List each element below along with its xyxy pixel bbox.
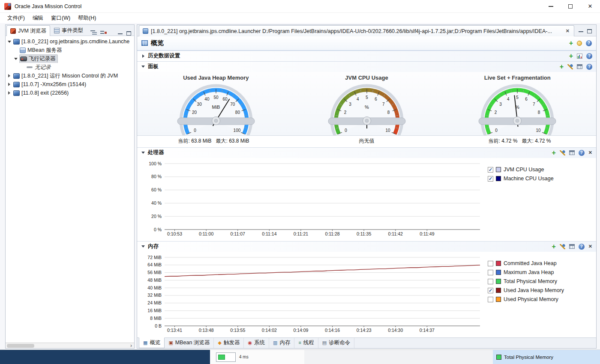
legend-item[interactable]: Used Physical Memory xyxy=(488,295,593,304)
background-legend-fragment: Total Physical Memory xyxy=(493,350,600,364)
help-icon[interactable]: ? xyxy=(579,244,585,250)
processor-section-header[interactable]: 处理器 + ? ✕ xyxy=(137,148,596,158)
checkbox-icon[interactable]: ✓ xyxy=(488,167,493,173)
memory-legend: Committed Java HeapMaximum Java HeapTota… xyxy=(483,254,593,336)
legend-item[interactable]: Maximum Java Heap xyxy=(488,268,593,277)
view-tab-jvm-browser[interactable]: JVM 浏览器 xyxy=(6,25,50,36)
expander-icon[interactable] xyxy=(7,83,11,87)
expander-icon[interactable] xyxy=(7,74,11,78)
expander-icon[interactable] xyxy=(14,57,18,61)
configure-icon[interactable] xyxy=(567,64,573,69)
help-icon[interactable]: ? xyxy=(586,40,592,46)
tree-item[interactable]: [1.8.0_221] 运行 Mission Control 的 JVM xyxy=(6,72,134,80)
checkbox-icon[interactable] xyxy=(488,279,493,284)
legend-item[interactable]: ✓JVM CPU Usage xyxy=(488,165,593,174)
close-button[interactable]: ✕ xyxy=(580,0,600,13)
help-icon[interactable]: ? xyxy=(579,150,585,156)
add-icon[interactable]: + xyxy=(569,54,573,59)
view-tab-label: JVM 浏览器 xyxy=(18,27,46,35)
help-icon[interactable]: ? xyxy=(586,64,592,70)
bottom-tab-diagnostic-commands[interactable]: ▤诊断命令 xyxy=(318,338,354,348)
collapse-all-icon[interactable] xyxy=(100,30,107,36)
history-section-header[interactable]: 历史数据设置 + ? xyxy=(137,51,596,61)
close-section-icon[interactable]: ✕ xyxy=(588,244,592,249)
bottom-tab-system[interactable]: ◉系统 xyxy=(244,338,269,348)
scrollbar-thumb[interactable] xyxy=(7,344,34,348)
svg-text:0: 0 xyxy=(345,128,347,133)
chart-icon[interactable] xyxy=(577,54,582,59)
legend-item[interactable]: Total Physical Memory xyxy=(488,277,593,286)
maximize-editor-icon[interactable] xyxy=(587,29,592,33)
hint-icon[interactable] xyxy=(577,41,582,46)
legend-color-swatch xyxy=(496,355,501,360)
legend-item[interactable]: ✓Machine CPU Usage xyxy=(488,174,593,183)
minimize-view-icon[interactable] xyxy=(118,33,123,34)
add-icon[interactable]: + xyxy=(552,150,555,155)
svg-text:2: 2 xyxy=(344,110,346,115)
scroll-right-icon[interactable]: › xyxy=(128,343,134,348)
gauge-caption: 尚无值 xyxy=(290,136,443,147)
legend-item-label: JVM CPU Usage xyxy=(504,167,544,173)
configure-icon[interactable] xyxy=(560,150,565,155)
tree-item[interactable]: 无记录 xyxy=(6,63,134,72)
menu-item[interactable]: 文件(F) xyxy=(3,14,29,23)
collapse-icon[interactable] xyxy=(141,245,145,249)
bottom-tab-mbean-browser[interactable]: ▣MBean 浏览器 xyxy=(165,338,214,348)
table-icon[interactable] xyxy=(569,150,575,155)
svg-text:3: 3 xyxy=(349,102,351,107)
help-icon[interactable]: ? xyxy=(586,53,592,59)
expander-icon[interactable] xyxy=(7,40,11,44)
menu-item[interactable]: 帮助(H) xyxy=(74,14,100,23)
minimize-editor-icon[interactable] xyxy=(579,30,583,32)
expander-icon[interactable] xyxy=(7,91,11,95)
horizontal-scrollbar[interactable]: › xyxy=(6,343,134,348)
minimize-button[interactable] xyxy=(541,0,561,13)
collapse-icon[interactable] xyxy=(141,151,145,155)
editor-tab[interactable]: [1.8.0_221] org.jetbrains.jps.cmdline.La… xyxy=(139,25,574,36)
dashboard-section-header[interactable]: 面板 + ? xyxy=(137,62,596,72)
menu-item[interactable]: 窗口(W) xyxy=(47,14,74,23)
bottom-tab-threads[interactable]: ≡线程 xyxy=(294,338,318,348)
collapse-icon[interactable] xyxy=(141,54,145,58)
tree-layout-icon[interactable] xyxy=(90,30,97,36)
table-icon[interactable] xyxy=(577,64,582,69)
svg-text:60 %: 60 % xyxy=(151,187,162,192)
view-toolbar xyxy=(90,30,107,36)
add-chart-icon[interactable]: + xyxy=(569,41,573,46)
add-icon[interactable]: + xyxy=(560,64,564,69)
view-tab-label: 事件类型 xyxy=(62,27,83,34)
checkbox-icon[interactable] xyxy=(488,270,493,275)
tree-item[interactable]: 飞行记录器 xyxy=(6,54,134,63)
view-tabbar: JVM 浏览器事件类型 xyxy=(6,25,134,36)
svg-text:4: 4 xyxy=(507,97,510,101)
legend-color-swatch xyxy=(496,288,501,293)
legend-item[interactable]: Committed Java Heap xyxy=(488,259,593,268)
tree-item[interactable]: MBean 服务器 xyxy=(6,46,134,54)
configure-icon[interactable] xyxy=(560,244,565,249)
menu-item[interactable]: 编辑 xyxy=(29,14,47,23)
jvm-tab-icon xyxy=(143,28,148,34)
tree-item[interactable]: [1.8.0_221] org.jetbrains.jps.cmdline.La… xyxy=(6,37,134,46)
bottom-tab-overview[interactable]: ▦概览 xyxy=(139,337,165,348)
memory-tab-icon: ▥ xyxy=(273,340,277,345)
table-icon[interactable] xyxy=(569,244,575,249)
checkbox-icon[interactable] xyxy=(488,261,493,266)
tree-item[interactable]: [11.0.8] exit (22656) xyxy=(6,89,134,97)
editor-area: [1.8.0_221] org.jetbrains.jps.cmdline.La… xyxy=(137,24,597,349)
checkbox-icon[interactable]: ✓ xyxy=(488,288,493,293)
bottom-tab-memory[interactable]: ▥内存 xyxy=(269,338,294,348)
maximize-button[interactable] xyxy=(561,0,580,13)
tree-item[interactable]: [11.0.7] -Xmx256m (15144) xyxy=(6,80,134,89)
view-tab-event-types[interactable]: 事件类型 xyxy=(50,25,87,36)
close-section-icon[interactable]: ✕ xyxy=(588,150,592,155)
checkbox-icon[interactable] xyxy=(488,297,493,302)
svg-text:5: 5 xyxy=(366,95,368,100)
checkbox-icon[interactable]: ✓ xyxy=(488,176,493,182)
collapse-icon[interactable] xyxy=(141,65,145,69)
maximize-view-icon[interactable] xyxy=(126,31,131,36)
legend-item[interactable]: ✓Used Java Heap Memory xyxy=(488,286,593,295)
memory-section-header[interactable]: 内存 + ? ✕ xyxy=(137,242,596,252)
bottom-tab-triggers[interactable]: ◆触发器 xyxy=(214,338,244,348)
add-icon[interactable]: + xyxy=(552,244,555,249)
tab-close-icon[interactable]: ✕ xyxy=(565,28,570,34)
